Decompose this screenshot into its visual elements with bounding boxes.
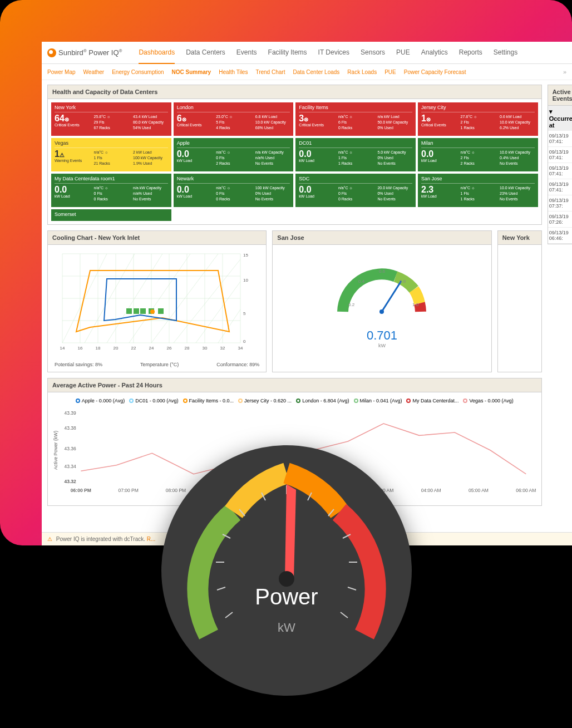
cooling-panel: Cooling Chart - New York Inlet	[47, 230, 267, 372]
chart-row: Cooling Chart - New York Inlet	[47, 230, 542, 378]
event-row[interactable]: 09/13/19 06:46:	[548, 228, 572, 244]
svg-line-67	[225, 612, 233, 618]
legend-item[interactable]: Jersey City - 0.620 ...	[238, 398, 292, 404]
power-chart-legend: Apple - 0.000 (Avg)DC01 - 0.000 (Avg)Fac…	[51, 396, 538, 406]
subnav-rack-loads[interactable]: Rack Loads	[347, 69, 377, 75]
cooling-panel-header: Cooling Chart - New York Inlet	[48, 231, 266, 245]
subnav-noc-summary[interactable]: NOC Summary	[172, 69, 211, 75]
health-tile[interactable]: London6⊗Critical Events23.0°C ☼5 Fls4 Ra…	[174, 102, 294, 136]
health-tile[interactable]: Newark0.0kW Loadn/a°C ☼0 Fls0 Racks100 k…	[174, 174, 294, 207]
health-tile[interactable]: San Jose2.3kW Loadn/a°C ☼1 Fls1 Racks10.…	[418, 174, 538, 207]
health-tile[interactable]: Vegas1⚠Warning Eventsn/a°C ☼1 Fls21 Rack…	[51, 138, 171, 171]
svg-text:20: 20	[114, 346, 119, 351]
svg-text:43.34: 43.34	[64, 464, 76, 469]
subnav-more-icon[interactable]: »	[563, 68, 566, 75]
nav-events[interactable]: Events	[236, 42, 257, 64]
legend-item[interactable]: Milan - 0.041 (Avg)	[354, 398, 402, 404]
svg-text:5: 5	[243, 311, 246, 316]
health-tile[interactable]: Facility Items3⊗Critical Eventsn/a°C ☼6 …	[295, 102, 416, 136]
nav-it-devices[interactable]: IT Devices	[318, 42, 349, 64]
health-tile[interactable]: Milan0.0kW Loadn/a°C ☼2 Fls2 Racks10.0 k…	[418, 138, 538, 171]
svg-rect-26	[126, 308, 132, 314]
svg-marker-80	[285, 484, 296, 579]
event-row[interactable]: 09/13/19 07:26:	[548, 211, 572, 228]
cooling-panel-body: 141618 202224 262830 3234 05 1015	[48, 245, 266, 372]
legend-item[interactable]: Apple - 0.000 (Avg)	[76, 398, 125, 404]
nav-sensors[interactable]: Sensors	[361, 42, 385, 64]
svg-text:22: 22	[131, 346, 136, 351]
subnav-energy[interactable]: Energy Consumption	[112, 69, 164, 75]
subnav-power-map[interactable]: Power Map	[47, 69, 76, 75]
svg-text:43.39: 43.39	[64, 410, 76, 416]
footer-link[interactable]: R...	[147, 536, 156, 542]
svg-text:Active Power (kW): Active Power (kW)	[53, 431, 58, 470]
sanjose-unit: kW	[378, 343, 386, 348]
health-panel-body: New York64⊗Critical Events25.8°C ☼29 Fls…	[48, 99, 541, 224]
nav-settings[interactable]: Settings	[494, 42, 517, 64]
cooling-chart-svg: 141618 202224 262830 3234 05 1015	[51, 248, 252, 360]
svg-line-22	[196, 282, 240, 343]
event-row[interactable]: 09/13/19 07:41:	[548, 147, 572, 163]
footer-text: Power IQ is integrated with dcTrack.	[56, 536, 145, 542]
svg-text:16: 16	[78, 346, 83, 351]
legend-item[interactable]: My Data Centerdat...	[406, 398, 458, 404]
legend-item[interactable]: Vegas - 0.000 (Avg)	[463, 398, 513, 404]
health-tile-somerset[interactable]: Somerset	[51, 209, 171, 221]
svg-text:24: 24	[149, 346, 154, 351]
nav-facility-items[interactable]: Facility Items	[268, 42, 307, 64]
svg-rect-28	[140, 308, 146, 314]
svg-marker-25	[104, 279, 176, 321]
svg-text:26: 26	[167, 346, 172, 351]
event-row[interactable]: 09/13/19 07:41:	[548, 131, 572, 147]
subnav-forecast[interactable]: Power Capacity Forecast	[404, 69, 466, 75]
svg-text:1.0: 1.0	[412, 302, 419, 307]
event-row[interactable]: 09/13/19 07:41:	[548, 163, 572, 179]
svg-line-78	[348, 587, 356, 590]
event-row[interactable]: 09/13/19 07:37:	[548, 195, 572, 211]
health-tile[interactable]: My Data Centerdata room10.0kW Loadn/a°C …	[51, 174, 171, 207]
subnav-trend-chart[interactable]: Trend Chart	[255, 69, 285, 75]
newyork-header: New York	[498, 231, 541, 245]
svg-text:30: 30	[203, 346, 208, 351]
subnav-health-tiles[interactable]: Health Tiles	[219, 69, 248, 75]
event-row[interactable]: 09/13/19 07:41:	[548, 179, 572, 195]
sunbird-icon	[47, 48, 56, 57]
svg-text:32: 32	[220, 346, 225, 351]
subnav-pue[interactable]: PUE	[384, 69, 396, 75]
svg-text:0: 0	[243, 339, 246, 344]
nav-pue[interactable]: PUE	[396, 42, 410, 64]
legend-item[interactable]: DC01 - 0.000 (Avg)	[129, 398, 178, 404]
svg-line-68	[217, 587, 225, 590]
health-tile[interactable]: New York64⊗Critical Events25.8°C ☼29 Fls…	[51, 102, 171, 136]
health-tile[interactable]: SDC0.0kW Loadn/a°C ☼0 Fls0 Racks20.0 kW …	[295, 174, 416, 207]
legend-item[interactable]: Facility Items - 0.0...	[183, 398, 234, 404]
health-tile[interactable]: Jersey City1⊗Critical Events27.8°C ☼2 Fl…	[418, 102, 538, 136]
health-tile[interactable]: Apple0.0kW Loadn/a°C ☼0 Fls2 Racksn/a kW…	[174, 138, 294, 171]
sanjose-panel: San Jose 0.4 0.6 0.8 1.0	[272, 230, 491, 372]
health-panel-header: Health and Capacity of Data Centers	[48, 85, 541, 99]
newyork-panel: New York	[497, 230, 542, 372]
svg-text:06:00 PM: 06:00 PM	[71, 488, 91, 493]
nav-reports[interactable]: Reports	[459, 42, 482, 64]
active-events-header: Active Events	[548, 85, 572, 106]
subnav-dc-loads[interactable]: Data Center Loads	[293, 69, 339, 75]
svg-text:18: 18	[96, 346, 101, 351]
sanjose-gauge: 0.4 0.6 0.8 1.0 0.2	[326, 250, 437, 328]
warning-icon: ⚠	[47, 536, 52, 542]
nav-data-centers[interactable]: Data Centers	[186, 42, 225, 64]
big-gauge-svg	[161, 445, 412, 696]
svg-text:0.2: 0.2	[348, 302, 355, 307]
svg-point-48	[379, 309, 384, 314]
events-column-header[interactable]: ▾ Occurred at	[548, 106, 572, 131]
svg-text:28: 28	[185, 346, 190, 351]
svg-line-21	[174, 259, 240, 343]
nav-analytics[interactable]: Analytics	[421, 42, 448, 64]
subnav-weather[interactable]: Weather	[83, 69, 105, 75]
sanjose-header: San Jose	[273, 231, 491, 245]
health-tile[interactable]: DC010.0kW Loadn/a°C ☼1 Fls1 Racks5.0 kW …	[295, 138, 416, 171]
legend-item[interactable]: London - 6.804 (Avg)	[296, 398, 349, 404]
svg-text:04:00 AM: 04:00 AM	[421, 488, 441, 493]
nav-dashboards[interactable]: Dashboards	[139, 42, 175, 64]
svg-point-81	[279, 571, 294, 587]
svg-rect-27	[134, 308, 139, 314]
